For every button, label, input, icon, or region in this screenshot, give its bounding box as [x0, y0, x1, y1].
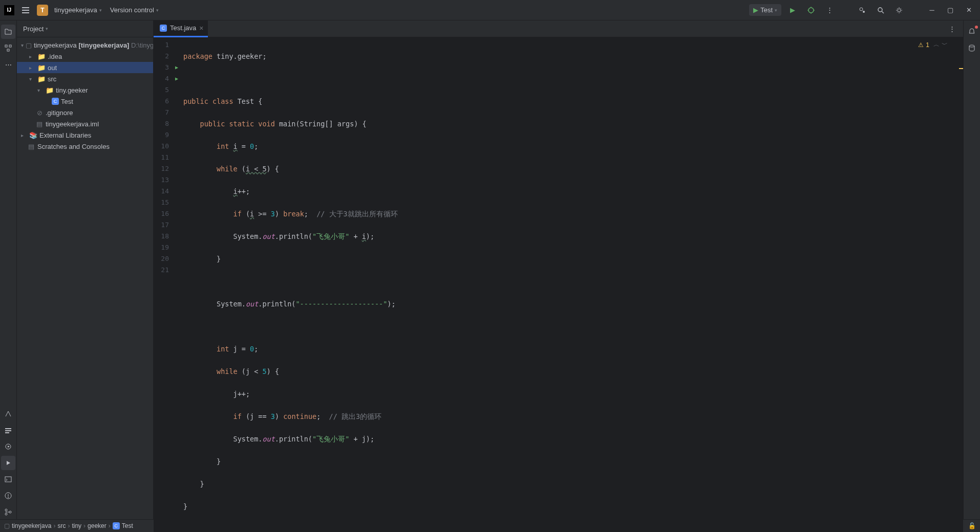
terminal-tool-button[interactable] [1, 472, 15, 486]
breadcrumb[interactable]: ▢ tinygeekerjava › src › tiny › geeker ›… [4, 522, 133, 529]
bookmarks-tool-button[interactable] [1, 423, 15, 437]
left-tool-sidebar: ⋯ [0, 20, 17, 519]
more-actions-button[interactable]: ⋮ [822, 3, 837, 17]
more-tools-button[interactable]: ⋯ [1, 57, 15, 72]
warning-count: 1 [926, 41, 929, 49]
crumb[interactable]: geeker [88, 522, 106, 529]
notifications-button[interactable] [965, 25, 979, 39]
tree-item-test-class[interactable]: C Test [17, 96, 153, 107]
run-gutter-icon[interactable]: ▶ [175, 73, 178, 84]
module-icon: ▢ [26, 41, 32, 49]
tree-item-idea[interactable]: ▸ 📁 .idea [17, 51, 153, 62]
tree-label: tiny.geeker [56, 86, 88, 94]
editor-minimap[interactable] [956, 37, 963, 532]
problems-tool-button[interactable] [1, 489, 15, 503]
tree-item-external[interactable]: ▸ 📚 External Libraries [17, 129, 153, 141]
library-icon: 📚 [29, 131, 37, 139]
search-button[interactable] [874, 3, 888, 17]
settings-button[interactable] [892, 3, 906, 17]
tree-label: out [48, 64, 57, 72]
run-config-selector[interactable]: ▶ Test ▾ [749, 4, 781, 16]
tree-label: External Libraries [39, 131, 91, 139]
chevron-down-icon[interactable]: ﹀ [942, 40, 948, 49]
close-tab-icon[interactable]: × [199, 24, 203, 32]
crumb[interactable]: tinygeekerjava [12, 522, 51, 529]
expand-icon[interactable]: ▾ [37, 87, 44, 93]
code-with-me-button[interactable] [855, 3, 869, 17]
tab-options-button[interactable]: ⋮ [945, 21, 959, 36]
svg-point-26 [969, 45, 974, 47]
tree-label: tinygeekerjava [tinygeekerjava] D:\tinyg… [34, 41, 153, 49]
chevron-down-icon: ▾ [99, 8, 102, 13]
editor-tabs: C Test.java × ⋮ [154, 20, 963, 37]
chevron-right-icon: › [109, 522, 111, 529]
version-control-dropdown[interactable]: Version control ▾ [108, 4, 161, 16]
source-folder-icon: 📁 [37, 75, 46, 83]
tree-item-scratches[interactable]: ▤ Scratches and Consoles [17, 141, 153, 152]
debug-button[interactable] [804, 3, 818, 17]
project-tool-button[interactable] [1, 25, 15, 39]
structure-tool-button[interactable] [1, 41, 15, 55]
tree-item-out[interactable]: ▸ 📁 out [17, 62, 153, 73]
class-icon: C [160, 25, 167, 32]
project-panel: Project ▾ ▾ ▢ tinygeekerjava [tinygeeker… [17, 20, 154, 519]
close-button[interactable]: ✕ [962, 3, 976, 17]
database-tool-button[interactable] [965, 41, 979, 55]
chevron-right-icon: › [83, 522, 86, 529]
editor-content[interactable]: 1 2 3▶ 4▶ 5 6 7 8 9 10 11 12 13 14 15 16 [154, 37, 963, 532]
tree-item-src[interactable]: ▾ 📁 src [17, 73, 153, 84]
file-icon: ▤ [35, 120, 44, 128]
tree-item-iml[interactable]: ▤ tinygeekerjava.iml [17, 118, 153, 129]
chevron-right-icon: › [68, 522, 70, 529]
expand-icon[interactable]: ▸ [29, 54, 35, 59]
svg-point-7 [878, 8, 882, 12]
code-area[interactable]: package tiny.geeker; public class Test {… [179, 37, 963, 532]
chevron-up-icon[interactable]: ︿ [933, 40, 940, 49]
expand-icon[interactable]: ▾ [21, 42, 24, 48]
tree-label: Scratches and Consoles [37, 143, 110, 150]
tree-item-package[interactable]: ▾ 📁 tiny.geeker [17, 84, 153, 96]
svg-rect-13 [5, 428, 11, 429]
gutter: 1 2 3▶ 4▶ 5 6 7 8 9 10 11 12 13 14 15 16 [154, 37, 179, 532]
tree-root[interactable]: ▾ ▢ tinygeekerjava [tinygeekerjava] D:\t… [17, 39, 153, 51]
svg-marker-17 [8, 446, 10, 448]
run-config-label: Test [760, 6, 773, 14]
services-tool-button[interactable] [1, 439, 15, 454]
run-gutter-icon[interactable]: ▶ [175, 62, 178, 73]
run-tool-button[interactable] [1, 456, 15, 470]
tree-item-gitignore[interactable]: ⊘ .gitignore [17, 107, 153, 118]
scratch-icon: ▤ [27, 142, 35, 150]
crumb[interactable]: tiny [72, 522, 81, 529]
project-tree[interactable]: ▾ ▢ tinygeekerjava [tinygeekerjava] D:\t… [17, 37, 153, 519]
project-name-dropdown[interactable]: tinygeekerjava ▾ [52, 4, 104, 16]
expand-icon[interactable]: ▸ [21, 132, 27, 138]
svg-point-24 [5, 513, 7, 515]
main-menu-button[interactable] [18, 3, 33, 17]
readonly-icon[interactable]: 🔓 [968, 522, 976, 529]
svg-point-0 [808, 8, 814, 13]
inspection-widget[interactable]: ⚠ 1 ︿ ﹀ [918, 40, 948, 49]
minimize-button[interactable]: ─ [925, 3, 939, 17]
run-button[interactable]: ▶ [785, 3, 800, 17]
project-panel-header: Project ▾ [17, 20, 153, 37]
class-icon: C [52, 98, 59, 105]
titlebar: IJ T tinygeekerjava ▾ Version control ▾ … [0, 0, 980, 20]
expand-icon[interactable]: ▸ [29, 65, 35, 71]
svg-point-9 [898, 9, 901, 12]
tab-label: Test.java [170, 24, 196, 32]
expand-icon[interactable]: ▾ [29, 76, 35, 82]
minimap-warning-mark[interactable] [959, 68, 963, 69]
crumb[interactable]: src [57, 522, 66, 529]
git-tool-button[interactable] [1, 505, 15, 519]
class-icon: C [113, 522, 120, 529]
chevron-down-icon: ▾ [775, 8, 777, 13]
editor-tab-test[interactable]: C Test.java × [154, 20, 208, 37]
maximize-button[interactable]: ▢ [943, 3, 957, 17]
svg-rect-14 [5, 430, 11, 431]
chevron-down-icon: ▾ [156, 8, 159, 13]
svg-point-5 [860, 8, 863, 11]
crumb[interactable]: Test [122, 522, 133, 529]
folder-icon: 📁 [37, 52, 46, 60]
build-tool-button[interactable] [1, 407, 15, 421]
tree-label: src [48, 75, 56, 83]
